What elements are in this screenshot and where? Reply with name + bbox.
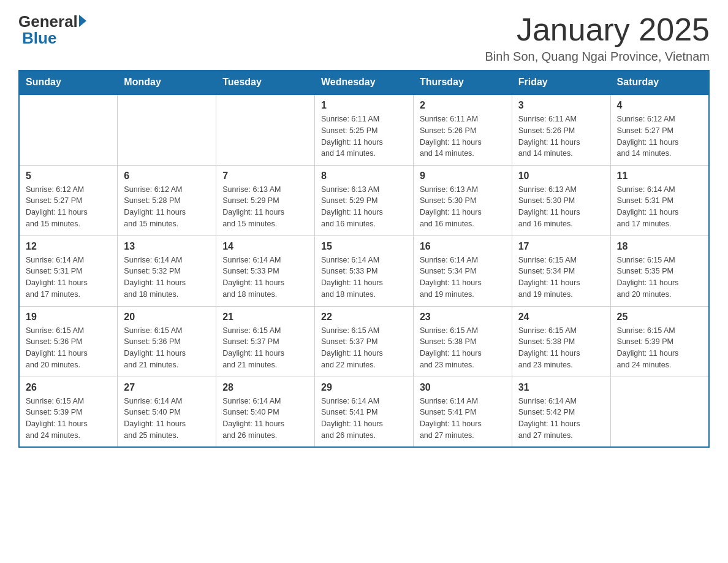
logo-blue-text: Blue (22, 29, 56, 48)
calendar-cell (118, 94, 216, 165)
day-number: 20 (124, 312, 210, 323)
location-title: Binh Son, Quang Ngai Province, Vietnam (485, 50, 710, 64)
calendar-header-friday: Friday (512, 71, 610, 95)
day-info: Sunrise: 6:15 AM Sunset: 5:36 PM Dayligh… (124, 325, 210, 371)
header: General Blue January 2025 Binh Son, Quan… (18, 12, 710, 64)
calendar-cell: 7Sunrise: 6:13 AM Sunset: 5:29 PM Daylig… (216, 165, 315, 236)
day-number: 28 (222, 382, 308, 393)
day-number: 15 (321, 241, 407, 252)
calendar-cell: 16Sunrise: 6:14 AM Sunset: 5:34 PM Dayli… (413, 236, 512, 306)
day-number: 8 (321, 170, 407, 182)
day-info: Sunrise: 6:14 AM Sunset: 5:33 PM Dayligh… (222, 255, 308, 301)
calendar-cell: 5Sunrise: 6:12 AM Sunset: 5:27 PM Daylig… (19, 165, 118, 236)
day-info: Sunrise: 6:12 AM Sunset: 5:27 PM Dayligh… (26, 184, 111, 230)
calendar-cell (19, 94, 118, 165)
calendar-cell: 22Sunrise: 6:15 AM Sunset: 5:37 PM Dayli… (315, 306, 414, 377)
calendar-cell: 3Sunrise: 6:11 AM Sunset: 5:26 PM Daylig… (512, 94, 610, 165)
day-info: Sunrise: 6:14 AM Sunset: 5:32 PM Dayligh… (124, 255, 210, 301)
day-info: Sunrise: 6:12 AM Sunset: 5:27 PM Dayligh… (617, 113, 702, 159)
day-number: 4 (617, 100, 702, 111)
day-number: 10 (518, 170, 604, 182)
day-info: Sunrise: 6:14 AM Sunset: 5:34 PM Dayligh… (420, 255, 506, 301)
calendar-cell: 11Sunrise: 6:14 AM Sunset: 5:31 PM Dayli… (610, 165, 709, 236)
day-info: Sunrise: 6:13 AM Sunset: 5:29 PM Dayligh… (321, 184, 407, 230)
calendar-cell: 4Sunrise: 6:12 AM Sunset: 5:27 PM Daylig… (610, 94, 709, 165)
calendar-cell: 23Sunrise: 6:15 AM Sunset: 5:38 PM Dayli… (413, 306, 512, 377)
calendar-cell: 17Sunrise: 6:15 AM Sunset: 5:34 PM Dayli… (512, 236, 610, 306)
calendar-cell: 25Sunrise: 6:15 AM Sunset: 5:39 PM Dayli… (610, 306, 709, 377)
calendar-week-row: 5Sunrise: 6:12 AM Sunset: 5:27 PM Daylig… (19, 165, 709, 236)
calendar-header-sunday: Sunday (19, 71, 118, 95)
day-number: 25 (617, 312, 702, 323)
day-number: 13 (124, 241, 210, 252)
calendar-cell: 2Sunrise: 6:11 AM Sunset: 5:26 PM Daylig… (413, 94, 512, 165)
day-number: 29 (321, 382, 407, 393)
day-number: 22 (321, 312, 407, 323)
calendar-cell: 15Sunrise: 6:14 AM Sunset: 5:33 PM Dayli… (315, 236, 414, 306)
day-number: 23 (420, 312, 506, 323)
day-number: 16 (420, 241, 506, 252)
calendar-header-monday: Monday (118, 71, 216, 95)
month-title: January 2025 (485, 12, 710, 47)
day-info: Sunrise: 6:14 AM Sunset: 5:41 PM Dayligh… (321, 396, 407, 442)
day-number: 5 (26, 170, 111, 182)
day-info: Sunrise: 6:13 AM Sunset: 5:29 PM Dayligh… (222, 184, 308, 230)
day-number: 6 (124, 170, 210, 182)
day-number: 30 (420, 382, 506, 393)
day-info: Sunrise: 6:14 AM Sunset: 5:33 PM Dayligh… (321, 255, 407, 301)
day-info: Sunrise: 6:13 AM Sunset: 5:30 PM Dayligh… (518, 184, 604, 230)
calendar-week-row: 12Sunrise: 6:14 AM Sunset: 5:31 PM Dayli… (19, 236, 709, 306)
day-info: Sunrise: 6:11 AM Sunset: 5:26 PM Dayligh… (420, 113, 506, 159)
day-info: Sunrise: 6:14 AM Sunset: 5:40 PM Dayligh… (222, 396, 308, 442)
calendar-cell: 1Sunrise: 6:11 AM Sunset: 5:25 PM Daylig… (315, 94, 414, 165)
calendar-cell: 9Sunrise: 6:13 AM Sunset: 5:30 PM Daylig… (413, 165, 512, 236)
calendar-cell: 31Sunrise: 6:14 AM Sunset: 5:42 PM Dayli… (512, 377, 610, 447)
day-number: 7 (222, 170, 308, 182)
calendar-cell: 13Sunrise: 6:14 AM Sunset: 5:32 PM Dayli… (118, 236, 216, 306)
day-info: Sunrise: 6:11 AM Sunset: 5:26 PM Dayligh… (518, 113, 604, 159)
day-number: 11 (617, 170, 702, 182)
day-info: Sunrise: 6:15 AM Sunset: 5:38 PM Dayligh… (518, 325, 604, 371)
calendar-cell: 10Sunrise: 6:13 AM Sunset: 5:30 PM Dayli… (512, 165, 610, 236)
calendar-table: SundayMondayTuesdayWednesdayThursdayFrid… (18, 70, 710, 448)
calendar-cell: 19Sunrise: 6:15 AM Sunset: 5:36 PM Dayli… (19, 306, 118, 377)
day-number: 31 (518, 382, 604, 393)
calendar-cell: 21Sunrise: 6:15 AM Sunset: 5:37 PM Dayli… (216, 306, 315, 377)
day-number: 17 (518, 241, 604, 252)
logo: General Blue (18, 12, 86, 48)
calendar-header-thursday: Thursday (413, 71, 512, 95)
calendar-header-saturday: Saturday (610, 71, 709, 95)
calendar-week-row: 19Sunrise: 6:15 AM Sunset: 5:36 PM Dayli… (19, 306, 709, 377)
day-number: 14 (222, 241, 308, 252)
calendar-week-row: 26Sunrise: 6:15 AM Sunset: 5:39 PM Dayli… (19, 377, 709, 447)
day-number: 24 (518, 312, 604, 323)
day-info: Sunrise: 6:14 AM Sunset: 5:42 PM Dayligh… (518, 396, 604, 442)
day-info: Sunrise: 6:15 AM Sunset: 5:39 PM Dayligh… (617, 325, 702, 371)
day-info: Sunrise: 6:15 AM Sunset: 5:34 PM Dayligh… (518, 255, 604, 301)
calendar-header-tuesday: Tuesday (216, 71, 315, 95)
day-number: 12 (26, 241, 111, 252)
day-info: Sunrise: 6:14 AM Sunset: 5:40 PM Dayligh… (124, 396, 210, 442)
day-number: 27 (124, 382, 210, 393)
calendar-cell: 26Sunrise: 6:15 AM Sunset: 5:39 PM Dayli… (19, 377, 118, 447)
day-info: Sunrise: 6:13 AM Sunset: 5:30 PM Dayligh… (420, 184, 506, 230)
day-info: Sunrise: 6:15 AM Sunset: 5:37 PM Dayligh… (222, 325, 308, 371)
calendar-cell: 12Sunrise: 6:14 AM Sunset: 5:31 PM Dayli… (19, 236, 118, 306)
calendar-cell: 14Sunrise: 6:14 AM Sunset: 5:33 PM Dayli… (216, 236, 315, 306)
day-info: Sunrise: 6:15 AM Sunset: 5:37 PM Dayligh… (321, 325, 407, 371)
calendar-cell (610, 377, 709, 447)
calendar-cell: 30Sunrise: 6:14 AM Sunset: 5:41 PM Dayli… (413, 377, 512, 447)
day-info: Sunrise: 6:15 AM Sunset: 5:35 PM Dayligh… (617, 255, 702, 301)
calendar-cell: 27Sunrise: 6:14 AM Sunset: 5:40 PM Dayli… (118, 377, 216, 447)
calendar-cell: 28Sunrise: 6:14 AM Sunset: 5:40 PM Dayli… (216, 377, 315, 447)
day-number: 1 (321, 100, 407, 111)
logo-triangle-icon (79, 15, 86, 27)
day-info: Sunrise: 6:14 AM Sunset: 5:31 PM Dayligh… (617, 184, 702, 230)
calendar-header-wednesday: Wednesday (315, 71, 414, 95)
day-info: Sunrise: 6:12 AM Sunset: 5:28 PM Dayligh… (124, 184, 210, 230)
day-number: 2 (420, 100, 506, 111)
calendar-cell: 6Sunrise: 6:12 AM Sunset: 5:28 PM Daylig… (118, 165, 216, 236)
day-info: Sunrise: 6:15 AM Sunset: 5:36 PM Dayligh… (26, 325, 111, 371)
calendar-cell: 24Sunrise: 6:15 AM Sunset: 5:38 PM Dayli… (512, 306, 610, 377)
calendar-cell (216, 94, 315, 165)
